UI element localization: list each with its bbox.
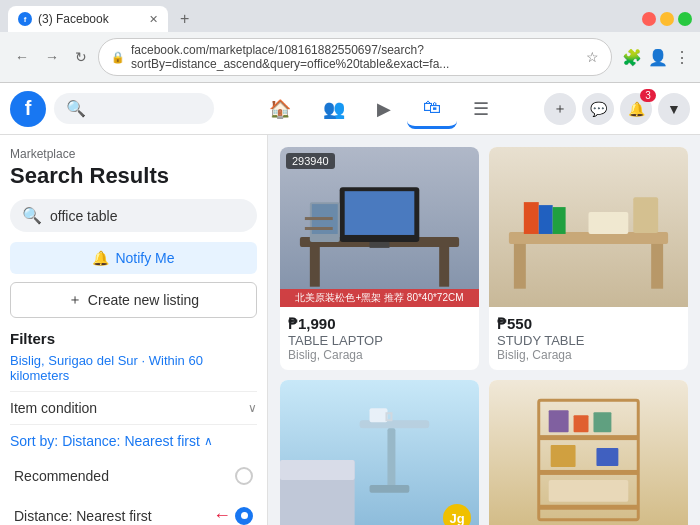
- radio-recommended[interactable]: [235, 467, 253, 485]
- svg-rect-31: [593, 412, 611, 432]
- create-btn[interactable]: ＋: [544, 93, 576, 125]
- sort-option-distance[interactable]: Distance: Nearest first ←: [10, 495, 257, 525]
- svg-rect-19: [387, 428, 395, 488]
- svg-rect-17: [633, 197, 658, 233]
- svg-rect-24: [280, 460, 355, 480]
- sort-option-recommended[interactable]: Recommended: [10, 457, 257, 495]
- window-controls: [642, 12, 692, 26]
- filters-label: Filters: [10, 330, 257, 347]
- svg-rect-16: [589, 212, 629, 234]
- svg-rect-30: [574, 415, 589, 432]
- search-box[interactable]: 🔍: [10, 199, 257, 232]
- plus-icon: ＋: [68, 291, 82, 309]
- svg-rect-27: [539, 470, 639, 475]
- bookmark-icon[interactable]: ☆: [586, 49, 599, 65]
- sort-option-label-distance: Distance: Nearest first: [14, 508, 152, 524]
- new-tab-button[interactable]: +: [172, 6, 197, 32]
- home-nav-btn[interactable]: 🏠: [253, 90, 307, 128]
- facebook-navbar: f 🔍 🏠 👥 ▶ 🛍 ☰ ＋ 💬 🔔 3 ▼: [0, 83, 700, 135]
- svg-rect-12: [651, 244, 663, 289]
- svg-rect-21: [370, 408, 388, 422]
- fb-search-input[interactable]: [92, 101, 212, 116]
- fb-search-box[interactable]: 🔍: [54, 93, 214, 124]
- tab-title: (3) Facebook: [38, 12, 143, 26]
- url-text: facebook.com/marketplace/108161882550697…: [131, 43, 580, 71]
- refresh-button[interactable]: ↻: [70, 47, 92, 67]
- notify-label: Notify Me: [115, 250, 174, 266]
- notify-me-button[interactable]: 🔔 Notify Me: [10, 242, 257, 274]
- svg-rect-11: [514, 244, 526, 289]
- search-input[interactable]: [50, 208, 245, 224]
- browser-action-buttons: 🧩 👤 ⋮: [622, 48, 690, 67]
- browser-tab[interactable]: f (3) Facebook ✕: [8, 6, 168, 32]
- svg-rect-15: [553, 207, 566, 234]
- sidebar: Marketplace Search Results 🔍 🔔 Notify Me…: [0, 135, 268, 525]
- svg-rect-22: [386, 413, 391, 420]
- svg-rect-8: [305, 217, 333, 220]
- sort-by-filter[interactable]: Sort by: Distance: Nearest first ∧: [10, 424, 257, 457]
- item-condition-filter[interactable]: Item condition ∨: [10, 391, 257, 424]
- product-image-4: [489, 380, 688, 525]
- product-name-2: STUDY TABLE: [497, 333, 680, 348]
- svg-rect-2: [439, 247, 449, 287]
- forward-button[interactable]: →: [40, 47, 64, 67]
- account-btn[interactable]: ▼: [658, 93, 690, 125]
- chevron-up-icon: ∧: [204, 434, 213, 448]
- lock-icon: 🔒: [111, 51, 125, 64]
- svg-rect-13: [524, 202, 539, 234]
- distance-selected-indicator: ←: [213, 505, 253, 525]
- search-icon: 🔍: [22, 206, 42, 225]
- notifications-btn[interactable]: 🔔 3: [620, 93, 652, 125]
- chevron-down-icon: ∨: [248, 401, 257, 415]
- bell-icon: 🔔: [92, 250, 109, 266]
- fb-logo: f: [10, 91, 46, 127]
- svg-rect-26: [539, 435, 639, 440]
- minimize-window[interactable]: [660, 12, 674, 26]
- svg-rect-1: [310, 247, 320, 287]
- red-arrow-icon: ←: [213, 505, 231, 525]
- watch-nav-btn[interactable]: ▶: [361, 90, 407, 128]
- svg-rect-9: [305, 227, 333, 230]
- create-listing-button[interactable]: ＋ Create new listing: [10, 282, 257, 318]
- product-info-2: ₱550 STUDY TABLE Bislig, Caraga: [489, 307, 688, 370]
- close-window[interactable]: [642, 12, 656, 26]
- product-card-2[interactable]: ₱550 STUDY TABLE Bislig, Caraga: [489, 147, 688, 370]
- svg-rect-32: [551, 445, 576, 467]
- create-listing-label: Create new listing: [88, 292, 199, 308]
- main-content: 293940 北美原装松色+黑架 推荐 80*40*72CM ₱1,990 TA…: [268, 135, 700, 525]
- maximize-window[interactable]: [678, 12, 692, 26]
- svg-rect-29: [549, 410, 569, 432]
- address-bar[interactable]: 🔒 facebook.com/marketplace/1081618825506…: [98, 38, 612, 76]
- messenger-btn[interactable]: 💬: [582, 93, 614, 125]
- menu-nav-btn[interactable]: ☰: [457, 90, 505, 128]
- sort-option-label-recommended: Recommended: [14, 468, 109, 484]
- product-location-2: Bislig, Caraga: [497, 348, 680, 362]
- extensions-icon[interactable]: 🧩: [622, 48, 642, 67]
- nav-right: ＋ 💬 🔔 3 ▼: [544, 93, 690, 125]
- back-button[interactable]: ←: [10, 47, 34, 67]
- svg-rect-14: [539, 205, 553, 234]
- menu-icon[interactable]: ⋮: [674, 48, 690, 67]
- product-card-4[interactable]: [489, 380, 688, 525]
- page-title: Search Results: [10, 163, 257, 189]
- radio-distance[interactable]: [235, 507, 253, 525]
- product-image-2: [489, 147, 688, 307]
- breadcrumb: Marketplace: [10, 147, 257, 161]
- profile-icon[interactable]: 👤: [648, 48, 668, 67]
- item-condition-label: Item condition: [10, 400, 97, 416]
- product-location-1: Bislig, Caraga: [288, 348, 471, 362]
- products-grid: 293940 北美原装松色+黑架 推荐 80*40*72CM ₱1,990 TA…: [280, 147, 688, 525]
- svg-rect-20: [370, 485, 410, 493]
- product-image-3: Jg: [280, 380, 479, 525]
- marketplace-nav-btn[interactable]: 🛍: [407, 89, 457, 129]
- tab-close-btn[interactable]: ✕: [149, 13, 158, 26]
- friends-nav-btn[interactable]: 👥: [307, 90, 361, 128]
- svg-rect-33: [596, 448, 618, 466]
- product-card-3[interactable]: Jg: [280, 380, 479, 525]
- product-price-1: ₱1,990: [288, 315, 471, 333]
- svg-rect-28: [539, 505, 639, 510]
- location-filter[interactable]: Bislig, Surigao del Sur · Within 60 kilo…: [10, 353, 257, 383]
- svg-rect-5: [370, 242, 390, 248]
- nav-center: 🏠 👥 ▶ 🛍 ☰: [214, 89, 544, 129]
- product-card-1[interactable]: 293940 北美原装松色+黑架 推荐 80*40*72CM ₱1,990 TA…: [280, 147, 479, 370]
